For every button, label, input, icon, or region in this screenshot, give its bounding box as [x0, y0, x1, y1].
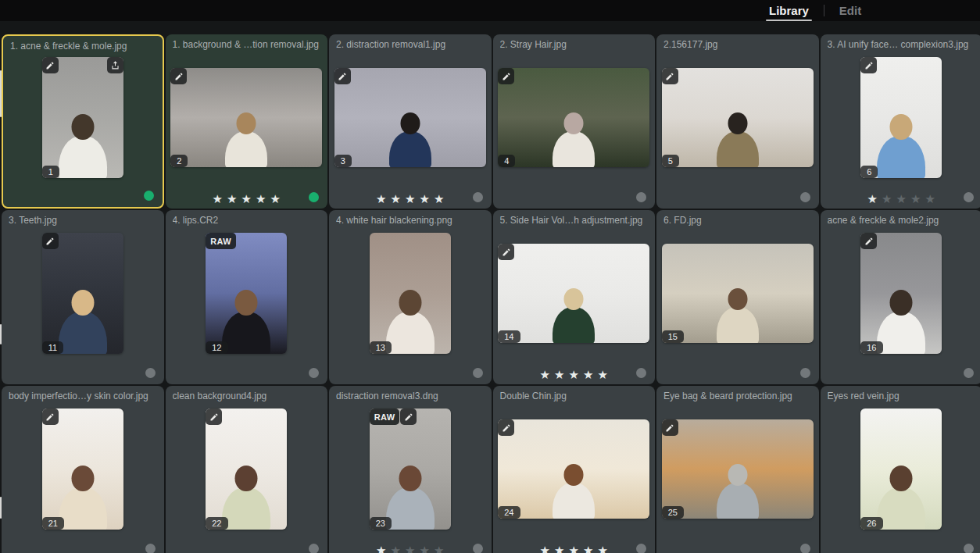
photo-thumbnail[interactable]: 26 — [860, 409, 942, 530]
photo-thumbnail[interactable]: 3 — [334, 68, 486, 167]
photo-cell[interactable]: 2. distraction removal1.jpg3★★★★★ — [329, 34, 492, 209]
thumbnail-top-left-badges — [498, 68, 514, 84]
photo-cell[interactable]: 3. AI unify face… complexion3.jpg6★★★★★ — [821, 34, 980, 209]
photo-thumbnail[interactable]: 16 — [860, 233, 942, 354]
star-rating[interactable]: ★★★★★ — [329, 544, 492, 553]
star-icon[interactable]: ★ — [540, 369, 550, 380]
star-icon[interactable]: ★ — [419, 193, 429, 205]
photo-thumbnail[interactable]: RAW12 — [206, 233, 287, 354]
star-icon[interactable]: ★ — [554, 369, 564, 380]
photo-filename: Double Chin.jpg — [500, 391, 649, 401]
edit-pencil-button[interactable] — [498, 68, 514, 84]
photo-thumbnail[interactable]: 6 — [860, 57, 942, 178]
photo-cell[interactable]: clean background4.jpg22 — [166, 386, 328, 553]
star-icon[interactable]: ★ — [376, 544, 386, 553]
tab-edit[interactable]: Edit — [832, 0, 868, 21]
star-icon[interactable]: ★ — [391, 193, 401, 205]
photo-cell[interactable]: 1. background & …tion removal.jpg2★★★★★ — [166, 34, 328, 209]
edit-pencil-button[interactable] — [498, 419, 514, 436]
photo-cell[interactable]: body imperfectio…y skin color.jpg21 — [2, 386, 164, 553]
photo-cell[interactable]: 4. lips.CR2RAW12 — [166, 210, 328, 384]
star-icon[interactable]: ★ — [376, 193, 386, 205]
star-icon[interactable]: ★ — [583, 369, 593, 380]
edit-pencil-button[interactable] — [42, 409, 59, 425]
star-icon[interactable]: ★ — [569, 544, 579, 553]
thumbnail-area: 26 — [821, 403, 980, 535]
star-rating[interactable]: ★★★★★ — [493, 369, 656, 380]
photo-cell[interactable]: 6. FD.jpg15 — [656, 210, 819, 384]
edit-pencil-button[interactable] — [42, 233, 59, 249]
offscreen-thumbnail-edge — [0, 324, 2, 344]
photo-cell[interactable]: 2. Stray Hair.jpg4 — [493, 34, 656, 209]
star-icon[interactable]: ★ — [882, 193, 892, 205]
photo-thumbnail[interactable]: 11 — [42, 233, 123, 354]
star-rating[interactable]: ★★★★★ — [821, 193, 980, 205]
export-button[interactable] — [107, 57, 123, 73]
tab-library[interactable]: Library — [762, 0, 816, 21]
edit-pencil-button[interactable] — [860, 57, 877, 73]
photo-thumbnail[interactable]: 21 — [42, 409, 123, 530]
raw-badge: RAW — [206, 233, 236, 249]
photo-cell[interactable]: 5. Side Hair Vol…h adjustment.jpg14★★★★★ — [493, 210, 656, 384]
star-icon[interactable]: ★ — [910, 193, 921, 205]
star-icon[interactable]: ★ — [554, 544, 564, 553]
star-icon[interactable]: ★ — [419, 544, 429, 553]
star-icon[interactable]: ★ — [569, 369, 579, 380]
star-rating[interactable]: ★★★★★ — [493, 544, 656, 553]
star-icon[interactable]: ★ — [597, 544, 607, 553]
star-icon[interactable]: ★ — [270, 193, 280, 205]
star-icon[interactable]: ★ — [583, 544, 593, 553]
photo-thumbnail[interactable]: 24 — [498, 419, 649, 519]
star-icon[interactable]: ★ — [241, 193, 252, 205]
edit-pencil-button[interactable] — [42, 57, 59, 73]
photo-cell[interactable]: distraction removal3.dngRAW23★★★★★ — [329, 386, 492, 553]
star-icon[interactable]: ★ — [213, 193, 223, 205]
star-icon[interactable]: ★ — [405, 544, 415, 553]
photo-cell[interactable]: acne & freckle & mole2.jpg16 — [821, 210, 980, 384]
photo-cell[interactable]: 1. acne & freckle & mole.jpg1 — [2, 34, 164, 209]
star-icon[interactable]: ★ — [434, 544, 444, 553]
photo-cell[interactable]: Eye bag & beard protection.jpg25 — [656, 386, 819, 553]
thumbnail-top-left-badges — [498, 419, 514, 436]
star-icon[interactable]: ★ — [405, 193, 415, 205]
star-rating[interactable]: ★★★★★ — [329, 193, 492, 205]
star-icon[interactable]: ★ — [540, 544, 550, 553]
star-icon[interactable]: ★ — [256, 193, 266, 205]
star-icon[interactable]: ★ — [391, 544, 401, 553]
edit-pencil-button[interactable] — [662, 68, 678, 84]
photo-thumbnail[interactable]: 5 — [662, 68, 814, 167]
edit-pencil-button[interactable] — [860, 233, 877, 249]
star-icon[interactable]: ★ — [227, 193, 237, 205]
photo-thumbnail[interactable]: 22 — [206, 409, 287, 530]
star-icon[interactable]: ★ — [597, 369, 607, 380]
photo-thumbnail[interactable]: 2 — [170, 68, 322, 167]
photo-cell[interactable]: 2.156177.jpg5 — [656, 34, 819, 209]
photo-cell[interactable]: Eyes red vein.jpg26 — [821, 386, 980, 553]
photo-number-badge: 23 — [370, 517, 392, 530]
star-icon[interactable]: ★ — [434, 193, 444, 205]
star-icon[interactable]: ★ — [896, 193, 907, 205]
photo-thumbnail[interactable]: 25 — [662, 419, 814, 519]
photo-cell[interactable]: 3. Teeth.jpg11 — [2, 210, 164, 384]
edit-pencil-button[interactable] — [498, 244, 514, 260]
photo-thumbnail[interactable]: 13 — [370, 233, 451, 354]
star-rating[interactable]: ★★★★★ — [166, 193, 328, 205]
photo-thumbnail[interactable]: RAW23 — [370, 409, 451, 530]
photo-filename: 2. distraction removal1.jpg — [336, 39, 485, 50]
edit-pencil-button[interactable] — [206, 409, 222, 425]
star-icon[interactable]: ★ — [925, 193, 935, 205]
photo-thumbnail[interactable]: 4 — [498, 68, 649, 167]
edit-pencil-button[interactable] — [662, 419, 678, 436]
photo-filename: Eyes red vein.jpg — [828, 391, 976, 401]
photo-cell[interactable]: Double Chin.jpg24★★★★★ — [493, 386, 656, 553]
status-dot — [636, 192, 646, 202]
offscreen-thumbnail-edge — [0, 497, 2, 519]
photo-thumbnail[interactable]: 15 — [662, 244, 814, 343]
edit-pencil-button[interactable] — [334, 68, 351, 84]
photo-thumbnail[interactable]: 1 — [42, 57, 123, 178]
star-icon[interactable]: ★ — [867, 193, 878, 205]
edit-pencil-button[interactable] — [170, 68, 187, 84]
photo-thumbnail[interactable]: 14 — [498, 244, 649, 343]
edit-pencil-button[interactable] — [400, 409, 417, 425]
photo-cell[interactable]: 4. white hair blackening.png13 — [329, 210, 492, 384]
